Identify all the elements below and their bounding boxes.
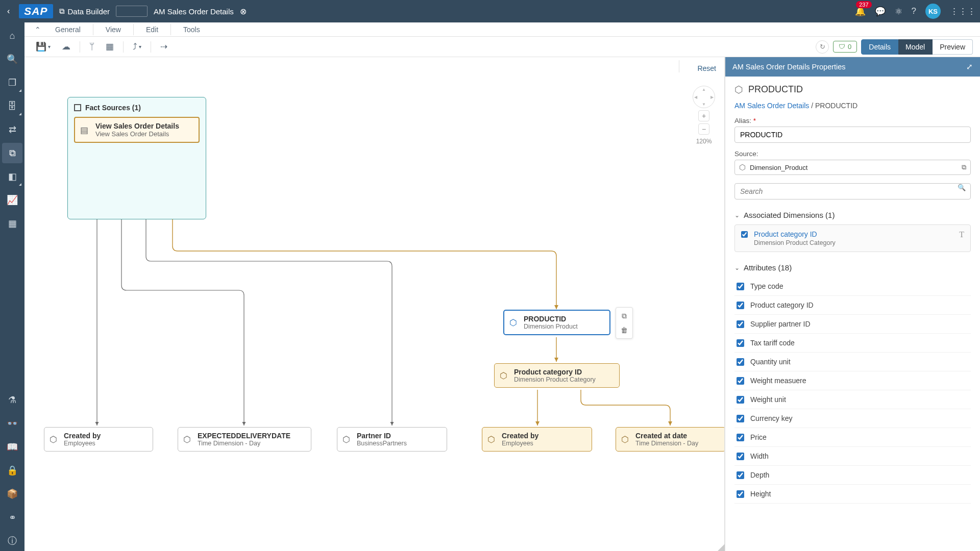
attribute-checkbox[interactable] [737,358,744,366]
alias-input[interactable] [734,127,971,143]
diagram-button[interactable]: ᛘ [85,40,99,54]
rail-chart[interactable]: 📈 [2,190,22,210]
rail-package[interactable]: 📦 [2,484,22,504]
attribute-row[interactable]: Height [734,485,971,504]
attribute-row[interactable]: Quantity unit [734,353,971,371]
save-button[interactable]: 💾▾ [32,39,55,54]
activity-icon[interactable]: ⚛ [895,6,902,17]
help-icon[interactable]: ? [912,6,916,16]
diagram-canvas[interactable]: Reset ▲▼◀▶ + − 120% [24,57,725,551]
reset-button[interactable]: Reset [693,62,720,74]
node-created-at[interactable]: ⬡ Created at date Time Dimension - Day [616,427,725,452]
export-button[interactable]: ⤴▾ [129,40,145,54]
search-input[interactable] [734,183,971,199]
menu-general[interactable]: General [45,22,91,36]
attribute-checkbox[interactable] [737,339,744,347]
menu-view[interactable]: View [95,22,131,36]
attribute-checkbox[interactable] [737,490,744,498]
node-title: Created by [502,432,585,440]
attribute-row[interactable]: Supplier partner ID [734,315,971,334]
attribute-row[interactable]: Weight measuere [734,371,971,390]
fact-item-view-sales-order[interactable]: ▤ View Sales Order Details View Sales Or… [74,117,200,143]
model-tab[interactable]: Model [898,39,933,55]
page-title: AM Sales Order Details [154,7,234,16]
rail-info[interactable]: ⓘ [2,531,22,551]
node-title: Product category ID [514,368,613,376]
attributes-section[interactable]: ⌄ Attributes (18) [734,263,971,272]
attribute-checkbox[interactable] [737,453,744,460]
dimension-checkbox[interactable] [741,231,748,238]
attribute-checkbox[interactable] [737,320,744,328]
rail-book[interactable]: 📖 [2,437,22,457]
zoom-out-button[interactable]: − [698,123,709,135]
node-created-by-2[interactable]: ⬡ Created by Employees [482,427,592,452]
node-productid[interactable]: ⬡ PRODUCTID Dimension Product [503,310,610,335]
notifications-button[interactable]: 🔔 237 [855,6,866,17]
associated-dimension-item[interactable]: Product category ID Dimension Product Ca… [734,224,971,252]
attribute-checkbox[interactable] [737,434,744,441]
rail-flows[interactable]: ⇄ [2,119,22,140]
rail-share[interactable]: ⚭ [2,507,22,528]
chat-icon[interactable]: 💬 [875,6,886,17]
attribute-checkbox[interactable] [737,415,744,422]
attribute-row[interactable]: Tax tariff code [734,334,971,353]
rail-model[interactable]: ⧉ [2,143,22,163]
preview-tab[interactable]: Preview [933,39,973,55]
rail-storage[interactable]: 🗄 [2,96,22,116]
close-tab-button[interactable]: ⊗ [240,7,247,16]
rail-copy[interactable]: ❐ [2,72,22,93]
attribute-row[interactable]: Product category ID [734,296,971,315]
attribute-row[interactable]: Weight unit [734,390,971,409]
delete-node-button[interactable]: 🗑 [617,323,631,337]
attribute-row[interactable]: Type code [734,277,971,296]
zoom-in-button[interactable]: + [698,110,709,121]
cube-icon: ⬡ [500,370,507,381]
rail-tool1[interactable]: ⚗ [2,390,22,410]
rail-lock[interactable]: 🔒 [2,460,22,481]
rail-dashboard[interactable]: ▦ [2,213,22,234]
attribute-checkbox[interactable] [737,396,744,404]
attribute-label: Supplier partner ID [750,320,811,328]
back-button[interactable]: ‹ [4,5,13,18]
details-tab[interactable]: Details [861,39,898,55]
rail-view[interactable]: 👓 [2,413,22,434]
attribute-row[interactable]: Price [734,428,971,447]
open-node-button[interactable]: ⧉ [617,309,631,323]
node-created-by-1[interactable]: ⬡ Created by Employees [44,427,153,452]
attribute-row[interactable]: Currency key [734,409,971,428]
data-builder-icon: ⧉ [59,7,65,16]
section-title: Attributes (18) [744,263,792,272]
node-expected-delivery[interactable]: ⬡ EXPECTEDDELIVERYDATE Time Dimension - … [178,427,311,452]
breadcrumb-selector[interactable] [116,6,148,17]
validation-badge[interactable]: 🛡 0 [833,41,857,53]
associated-dimensions-section[interactable]: ⌄ Associated Dimensions (1) [734,211,971,219]
menu-tools[interactable]: Tools [173,22,210,36]
attribute-checkbox[interactable] [737,471,744,479]
collapse-menu-button[interactable]: ⌃ [31,26,45,34]
attribute-row[interactable]: Depth [734,466,971,485]
attribute-checkbox[interactable] [737,377,744,385]
rail-cube[interactable]: ◧ [2,166,22,187]
attribute-row[interactable]: Width [734,447,971,466]
open-source-button[interactable]: ⧉ [962,163,966,171]
attribute-checkbox[interactable] [737,283,744,290]
user-avatar[interactable]: KS [925,4,941,19]
history-button[interactable]: ↻ [816,40,829,54]
attribute-checkbox[interactable] [737,302,744,309]
breadcrumb-app[interactable]: ⧉ Data Builder [59,7,110,16]
node-partner-id[interactable]: ⬡ Partner ID BusinessPartners [337,427,447,452]
grid-button[interactable]: ▦ [102,39,118,54]
rail-home[interactable]: ⌂ [2,26,22,46]
app-grid-icon[interactable]: ⋮⋮⋮ [950,6,976,17]
rail-search[interactable]: 🔍 [2,49,22,69]
pan-control[interactable]: ▲▼◀▶ [693,86,715,108]
relations-button[interactable]: ⇢ [156,39,172,54]
resize-handle[interactable] [718,544,725,551]
node-product-category[interactable]: ⬡ Product category ID Dimension Product … [494,363,620,388]
breadcrumb-parent-link[interactable]: AM Sales Order Details [734,102,809,110]
menu-edit[interactable]: Edit [136,22,168,36]
fact-sources-group[interactable]: Fact Sources (1) ▤ View Sales Order Deta… [67,97,206,219]
deploy-button[interactable]: ☁ [58,39,75,54]
node-sub: Dimension Product Category [514,376,613,383]
expand-panel-button[interactable]: ⤢ [966,62,973,71]
